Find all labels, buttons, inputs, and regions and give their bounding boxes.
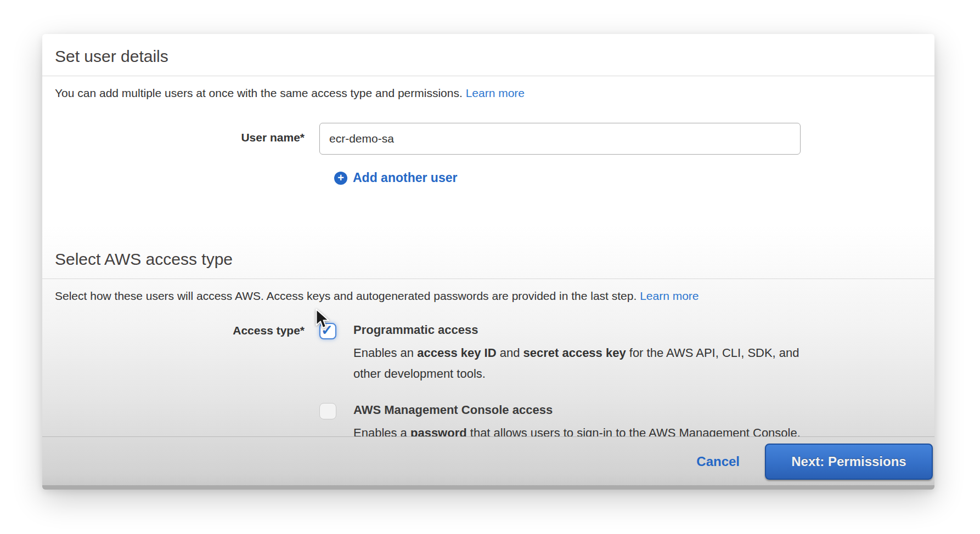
add-another-user-label: Add another user: [353, 171, 457, 185]
programmatic-access-title: Programmatic access: [353, 322, 825, 338]
access-type-description-text: Select how these users will access AWS. …: [55, 289, 637, 302]
console-access-title: AWS Management Console access: [353, 402, 801, 418]
user-details-description: You can add multiple users at once with …: [42, 76, 934, 100]
plus-circle-icon: +: [334, 172, 347, 185]
add-another-user-button[interactable]: + Add another user: [334, 171, 934, 185]
page-background: Set user details You can add multiple us…: [0, 0, 980, 534]
access-type-options: ✓ Programmatic access Enables an access …: [319, 322, 825, 444]
access-type-row: Access type* ✓ Programmatic access Enabl…: [42, 322, 934, 444]
desc-text: and: [497, 346, 523, 360]
programmatic-access-body: Programmatic access Enables an access ke…: [353, 322, 825, 384]
add-user-wizard-panel: Set user details You can add multiple us…: [42, 34, 934, 490]
username-label: User name*: [42, 123, 319, 144]
desc-bold-access-key-id: access key ID: [417, 346, 496, 360]
access-type-label: Access type*: [42, 322, 319, 337]
section-spacer: [42, 185, 934, 238]
username-input[interactable]: [319, 123, 801, 155]
user-details-description-text: You can add multiple users at once with …: [55, 87, 463, 99]
programmatic-access-description: Enables an access key ID and secret acce…: [353, 343, 825, 384]
desc-bold-secret-access-key: secret access key: [523, 346, 626, 360]
desc-text: Enables an: [353, 346, 417, 360]
next-permissions-button[interactable]: Next: Permissions: [765, 444, 933, 480]
programmatic-access-option: ✓ Programmatic access Enables an access …: [319, 322, 825, 384]
select-access-type-heading: Select AWS access type: [42, 238, 934, 279]
console-access-checkbox[interactable]: [319, 403, 336, 419]
set-user-details-heading: Set user details: [42, 34, 934, 76]
username-row: User name*: [42, 123, 934, 155]
wizard-footer: Cancel Next: Permissions: [42, 436, 934, 490]
mouse-cursor-icon: [315, 309, 331, 331]
user-details-learn-more-link[interactable]: Learn more: [466, 87, 525, 99]
access-type-description: Select how these users will access AWS. …: [42, 279, 934, 303]
access-type-learn-more-link[interactable]: Learn more: [640, 289, 699, 302]
cancel-button[interactable]: Cancel: [696, 454, 740, 469]
